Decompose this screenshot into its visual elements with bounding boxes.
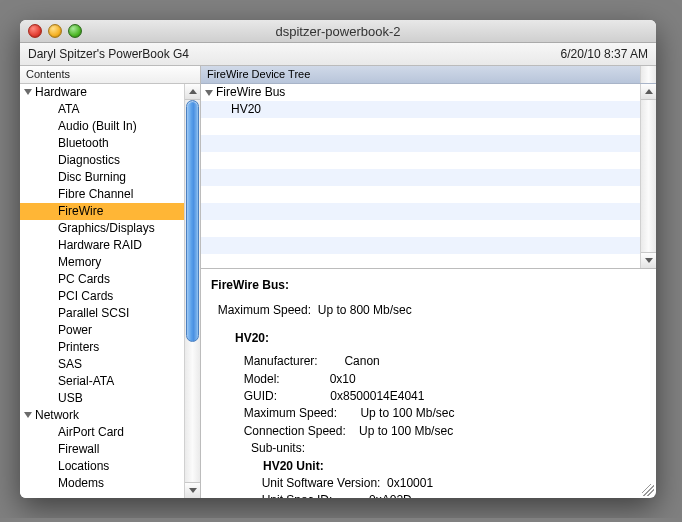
spec-row: Unit Software Version: 0x10001 <box>235 475 646 492</box>
content: Contents HardwareATAAudio (Built In)Blue… <box>20 66 656 498</box>
main-panel: FireWire Device Tree FireWire BusHV20 Fi… <box>201 66 656 498</box>
titlebar[interactable]: dspitzer-powerbook-2 <box>20 20 656 43</box>
detail-maxspeed-label: Maximum Speed: <box>218 303 311 317</box>
tree-row-empty <box>201 220 640 237</box>
sidebar-item[interactable]: FireWire <box>20 203 184 220</box>
window-title: dspitzer-powerbook-2 <box>20 24 656 39</box>
tree-row-empty <box>201 203 640 220</box>
detail-maxspeed-value: Up to 800 Mb/sec <box>318 303 412 317</box>
tree-scroll-stub <box>640 66 656 83</box>
spec-row: GUID: 0x8500014E4041 <box>227 388 646 405</box>
scrollbar-thumb[interactable] <box>186 100 199 342</box>
detail-unit-label: HV20 Unit: <box>263 459 324 473</box>
tree-header-label: FireWire Device Tree <box>207 66 640 83</box>
sidebar-item[interactable]: Disc Burning <box>20 169 184 186</box>
sidebar-item[interactable]: PC Cards <box>20 271 184 288</box>
sidebar-item[interactable]: Fibre Channel <box>20 186 184 203</box>
zoom-button[interactable] <box>68 24 82 38</box>
close-button[interactable] <box>28 24 42 38</box>
spec-row: Maximum Speed: Up to 100 Mb/sec <box>227 405 646 422</box>
detail-subunits-label: Sub-units: <box>251 441 305 455</box>
sidebar-item[interactable]: Bluetooth <box>20 135 184 152</box>
sidebar-item[interactable]: PCI Cards <box>20 288 184 305</box>
sidebar-item[interactable]: Graphics/Displays <box>20 220 184 237</box>
disclosure-triangle-icon[interactable] <box>24 89 32 95</box>
sidebar-item[interactable]: Parallel SCSI <box>20 305 184 322</box>
sidebar-item[interactable]: SAS <box>20 356 184 373</box>
sidebar-group[interactable]: Hardware <box>20 84 184 101</box>
timestamp: 6/20/10 8:37 AM <box>561 47 648 61</box>
tree-row[interactable]: HV20 <box>201 101 640 118</box>
scroll-up-button[interactable] <box>641 84 656 100</box>
sidebar-item[interactable]: Diagnostics <box>20 152 184 169</box>
tree-row-empty <box>201 237 640 254</box>
machine-name: Daryl Spitzer's PowerBook G4 <box>28 47 189 61</box>
sidebar-item[interactable]: Printers <box>20 339 184 356</box>
sidebar-item[interactable]: Firewall <box>20 441 184 458</box>
sidebar: Contents HardwareATAAudio (Built In)Blue… <box>20 66 201 498</box>
tree-row-empty <box>201 135 640 152</box>
tree-row-empty <box>201 186 640 203</box>
spec-row: Unit Spec ID: 0xA02D <box>235 492 646 498</box>
detail-unit-rows: Unit Software Version: 0x10001 Unit Spec… <box>211 475 646 498</box>
resize-handle[interactable] <box>642 484 654 496</box>
detail-panel: FireWire Bus: Maximum Speed: Up to 800 M… <box>201 269 656 498</box>
tree-header[interactable]: FireWire Device Tree <box>201 66 656 84</box>
sidebar-item[interactable]: AirPort Card <box>20 424 184 441</box>
sidebar-group[interactable]: Network <box>20 407 184 424</box>
sidebar-item[interactable]: USB <box>20 390 184 407</box>
disclosure-triangle-icon[interactable] <box>24 412 32 418</box>
detail-bus-label: FireWire Bus: <box>211 278 289 292</box>
sidebar-list[interactable]: HardwareATAAudio (Built In)BluetoothDiag… <box>20 84 184 498</box>
tree-row-empty <box>201 169 640 186</box>
scroll-up-button[interactable] <box>185 84 200 100</box>
sidebar-item[interactable]: Serial-ATA <box>20 373 184 390</box>
sidebar-item[interactable]: Power <box>20 322 184 339</box>
tree-row-empty <box>201 152 640 169</box>
device-tree[interactable]: FireWire BusHV20 <box>201 84 640 268</box>
tree-row-empty <box>201 118 640 135</box>
traffic-lights <box>28 24 82 38</box>
spec-row: Manufacturer: Canon <box>227 353 646 370</box>
sidebar-item[interactable]: ATA <box>20 101 184 118</box>
minimize-button[interactable] <box>48 24 62 38</box>
spec-row: Connection Speed: Up to 100 Mb/sec <box>227 423 646 440</box>
scroll-down-button[interactable] <box>641 252 656 268</box>
sidebar-item[interactable]: Locations <box>20 458 184 475</box>
tree-row-empty <box>201 254 640 268</box>
sidebar-item[interactable]: Hardware RAID <box>20 237 184 254</box>
sidebar-item[interactable]: Memory <box>20 254 184 271</box>
sidebar-scrollbar[interactable] <box>184 84 200 498</box>
device-tree-area: FireWire Device Tree FireWire BusHV20 <box>201 66 656 269</box>
window: dspitzer-powerbook-2 Daryl Spitzer's Pow… <box>20 20 656 498</box>
subheader: Daryl Spitzer's PowerBook G4 6/20/10 8:3… <box>20 43 656 66</box>
tree-row[interactable]: FireWire Bus <box>201 84 640 101</box>
tree-scrollbar[interactable] <box>640 84 656 268</box>
disclosure-triangle-icon[interactable] <box>205 90 213 96</box>
detail-spec-rows: Manufacturer: Canon Model: 0x10 GUID: 0x… <box>211 353 646 440</box>
sidebar-header[interactable]: Contents <box>20 66 200 84</box>
sidebar-item[interactable]: Modems <box>20 475 184 492</box>
scroll-down-button[interactable] <box>185 482 200 498</box>
sidebar-item[interactable]: Audio (Built In) <box>20 118 184 135</box>
spec-row: Model: 0x10 <box>227 371 646 388</box>
detail-device-label: HV20: <box>235 331 269 345</box>
